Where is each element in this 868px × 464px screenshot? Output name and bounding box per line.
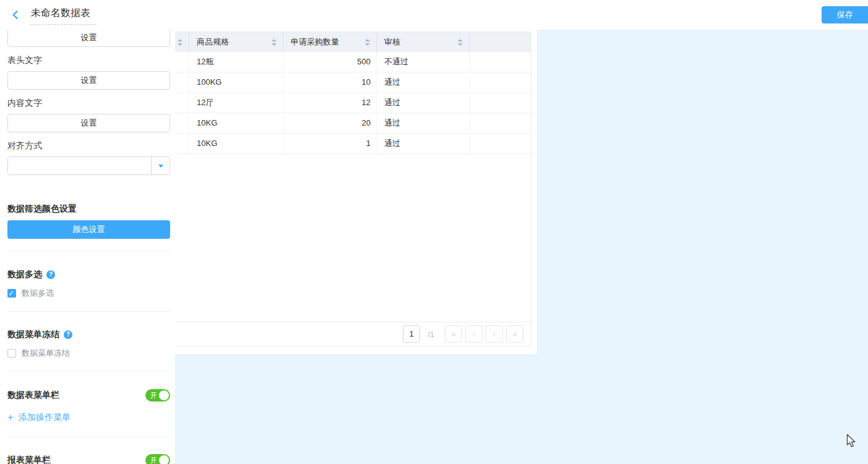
cell-product-spec: 10KG xyxy=(189,113,283,133)
back-button[interactable] xyxy=(7,7,24,23)
toggle-on-switch[interactable]: 开 xyxy=(145,454,170,464)
cell-review: 通过 xyxy=(377,113,470,133)
column-header-review[interactable]: 审核 xyxy=(377,32,470,52)
sort-arrows-icon[interactable] xyxy=(272,39,277,46)
alignment-select[interactable] xyxy=(7,157,170,175)
help-icon[interactable]: ? xyxy=(64,330,72,339)
cell-empty xyxy=(470,134,531,153)
first-page-button[interactable]: « xyxy=(445,325,462,343)
alignment-value xyxy=(8,157,151,174)
content-text-label: 内容文字 xyxy=(7,98,170,109)
plus-icon: + xyxy=(7,411,14,424)
back-chevron-icon xyxy=(10,9,21,20)
cell-empty xyxy=(470,72,531,92)
cell-purchase-qty: 500 xyxy=(283,52,377,72)
checkbox-unchecked-icon[interactable] xyxy=(7,349,16,358)
cell-purchase-qty: 12 xyxy=(283,93,377,113)
page-title[interactable]: 未命名数据表 xyxy=(30,5,97,25)
prev-page-button[interactable]: ‹ xyxy=(465,325,483,343)
pager-controls: 1 /1 « ‹ › » xyxy=(403,325,523,343)
help-icon[interactable]: ? xyxy=(46,270,55,279)
column-header-empty xyxy=(470,32,531,52)
add-action-menu-label: 添加操作菜单 xyxy=(19,412,71,423)
filter-color-title: 数据筛选颜色设置 xyxy=(7,204,170,215)
last-page-button[interactable]: » xyxy=(506,325,523,343)
top-bar: 未命名数据表 保存 xyxy=(0,0,868,30)
cell-purchase-qty: 1 xyxy=(283,134,377,153)
color-settings-button[interactable]: 颜色设置 xyxy=(7,220,170,239)
cell-empty xyxy=(470,93,531,113)
page-total-label: /1 xyxy=(428,330,434,339)
cell-product-spec: 100KG xyxy=(189,72,283,92)
multi-select-checkbox-row[interactable]: 数据多选 xyxy=(7,288,170,299)
sort-arrows-icon[interactable] xyxy=(365,39,370,46)
table-menu-row: 数据表菜单栏 开 xyxy=(7,389,170,402)
divider xyxy=(7,251,170,252)
mouse-cursor xyxy=(846,434,857,449)
column-header-purchase-qty[interactable]: 申请采购数量 xyxy=(283,32,377,52)
divider xyxy=(7,311,170,312)
menu-freeze-checkbox-row[interactable]: 数据菜单冻结 xyxy=(7,348,170,359)
checkbox-label: 数据菜单冻结 xyxy=(22,348,70,359)
table-menu-title: 数据表菜单栏 xyxy=(7,390,59,401)
cell-empty xyxy=(470,52,531,72)
chevron-down-icon xyxy=(151,157,170,174)
theme-color-set-button[interactable]: 设置 xyxy=(7,28,170,47)
add-action-menu-link[interactable]: + 添加操作菜单 xyxy=(7,411,170,424)
column-label: 审核 xyxy=(384,37,400,48)
current-page-input[interactable]: 1 xyxy=(403,325,420,343)
checkbox-checked-icon[interactable] xyxy=(7,289,16,298)
toggle-on-switch[interactable]: 开 xyxy=(145,389,170,402)
cell-product-spec: 12瓶 xyxy=(189,52,283,72)
divider xyxy=(7,371,170,372)
column-label: 商品规格 xyxy=(197,37,229,48)
cell-review: 通过 xyxy=(377,72,470,92)
content-text-set-button[interactable]: 设置 xyxy=(7,114,170,132)
save-button[interactable]: 保存 xyxy=(822,6,868,24)
menu-freeze-title: 数据菜单冻结 ? xyxy=(7,329,170,340)
cell-empty xyxy=(470,113,531,133)
next-page-button[interactable]: › xyxy=(486,325,503,343)
divider xyxy=(7,436,170,437)
cell-product-spec: 10KG xyxy=(189,134,283,153)
multi-select-title: 数据多选 ? xyxy=(7,269,170,280)
cell-review: 通过 xyxy=(377,134,470,153)
cell-product-spec: 12厅 xyxy=(189,93,283,113)
settings-panel: 主题色 设置 表头文字 设置 内容文字 设置 对齐方式 数据筛选颜色设置 颜色设… xyxy=(0,0,175,464)
sort-arrows-icon[interactable] xyxy=(458,39,463,46)
report-menu-row: 报表菜单栏 开 xyxy=(7,454,170,464)
cell-purchase-qty: 20 xyxy=(283,113,377,133)
cell-review: 不通过 xyxy=(377,52,470,72)
header-text-set-button[interactable]: 设置 xyxy=(7,71,170,90)
column-header-product-spec[interactable]: 商品规格 xyxy=(189,32,283,52)
cell-review: 通过 xyxy=(377,93,470,113)
checkbox-label: 数据多选 xyxy=(22,288,54,299)
header-text-label: 表头文字 xyxy=(7,55,170,66)
alignment-label: 对齐方式 xyxy=(7,140,170,152)
sort-arrows-icon[interactable] xyxy=(178,39,183,46)
column-label: 申请采购数量 xyxy=(291,37,339,48)
report-menu-title: 报表菜单栏 xyxy=(7,455,51,464)
cell-purchase-qty: 10 xyxy=(283,72,377,92)
